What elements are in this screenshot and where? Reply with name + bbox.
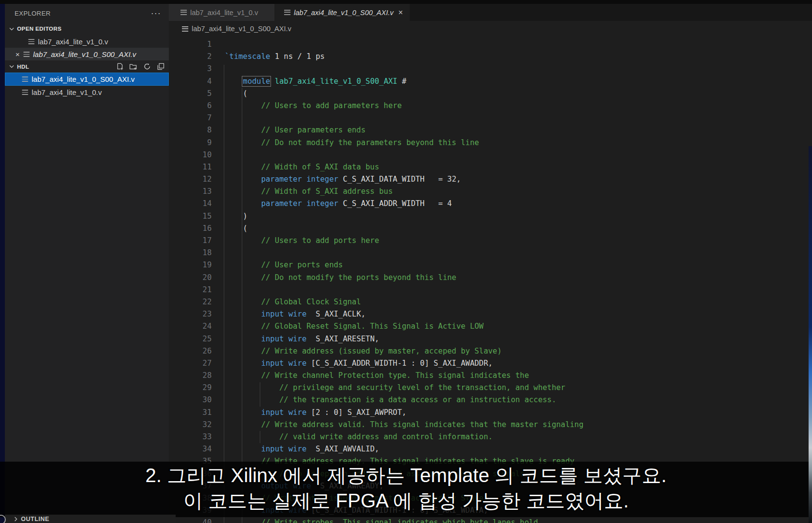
code-line[interactable]: 4 module lab7_axi4_lite_v1_0_S00_AXI # [169,75,812,88]
code-text: // User parameters ends [225,124,365,136]
code-line[interactable]: 21 [169,284,812,296]
code-line[interactable]: 33 // valid write address and control in… [169,431,812,443]
breadcrumb[interactable]: lab7_axi4_lite_v1_0_S00_AXI.v [169,21,812,37]
code-line[interactable]: 6 // Users to add parameters here [169,100,812,112]
code-line[interactable]: 8 // User parameters ends [169,124,812,136]
code-editor[interactable]: 12`timescale 1 ns / 1 ps34 module lab7_a… [169,37,812,523]
code-text: input wire [2 : 0] S_AXI_AWPROT, [225,407,406,419]
code-line[interactable]: 14 parameter integer C_S_AXI_ADDR_WIDTH … [169,198,812,210]
file-label: lab7_axi4_lite_v1_0_S00_AXI.v [33,50,136,58]
chevron-right-icon [12,515,19,523]
outline-label: OUTLINE [21,516,49,523]
new-file-icon[interactable] [115,62,124,71]
file-icon [180,10,187,15]
code-line[interactable]: 26 // Write address (issued by master, a… [169,345,812,357]
file-icon [22,90,28,94]
code-text: // Width of S_AXI address bus [225,186,393,198]
code-line[interactable]: 32 // Write address valid. This signal i… [169,419,812,431]
line-number: 18 [169,247,217,259]
code-line[interactable]: 13 // Width of S_AXI address bus [169,186,812,198]
code-line[interactable]: 19 // User ports ends [169,259,812,271]
code-line[interactable]: 27 input wire [C_S_AXI_ADDR_WIDTH-1 : 0]… [169,357,812,370]
code-text: // Do not modify the parameters beyond t… [225,137,479,149]
code-line[interactable]: 31 input wire [2 : 0] S_AXI_AWPROT, [169,407,812,419]
code-line[interactable]: 15 ) [169,210,812,223]
code-line[interactable]: 7 [169,112,812,124]
code-line[interactable]: 3 [169,63,812,75]
line-number: 29 [169,382,217,394]
hdl-actions [115,62,169,71]
file-icon [182,26,188,32]
tab-2[interactable]: lab7_axi4_lite_v1_0_S00_AXI.v× [274,4,410,21]
code-line[interactable]: 16 ( [169,223,812,235]
outline-section-header[interactable]: OUTLINE [5,514,176,523]
top-strip [0,0,812,4]
code-line[interactable]: 23 input wire S_AXI_ACLK, [169,308,812,320]
subtitle-overlay: 2. 그리고 Xilinx 에서 제공하는 Template 의 코드를 보셨구… [0,462,812,517]
webcam-overlay-edge [809,146,812,523]
code-line[interactable]: 1 [169,38,812,51]
open-editor-item[interactable]: ×lab7_axi4_lite_v1_0_S00_AXI.v [5,48,169,60]
line-number: 17 [169,235,217,247]
tab-label: lab7_axi4_lite_v1_0_S00_AXI.v [294,9,394,17]
line-number: 14 [169,198,217,210]
close-icon[interactable]: × [14,50,21,58]
code-line[interactable]: 30 // the transaction is a data access o… [169,394,812,406]
line-number: 13 [169,186,217,198]
code-line[interactable]: 29 // privilege and security level of th… [169,382,812,394]
code-text: // Write address valid. This signal indi… [225,419,583,431]
code-line[interactable]: 18 [169,247,812,259]
line-number: 10 [169,149,217,161]
code-line[interactable]: 5 ( [169,88,812,100]
open-editors-section-header[interactable]: OPEN EDITORS [5,22,169,35]
line-number: 15 [169,210,217,223]
code-line[interactable]: 9 // Do not modify the parameters beyond… [169,137,812,149]
code-text: parameter integer C_S_AXI_DATA_WIDTH = 3… [225,173,461,186]
hdl-file-item[interactable]: lab7_axi4_lite_v1_0.v [5,86,169,98]
tab-label: lab7_axi4_lite_v1_0.v [190,9,258,17]
code-line[interactable]: 24 // Global Reset Signal. This Signal i… [169,320,812,333]
line-number: 21 [169,284,217,296]
vscode-window: EXPLORER ··· OPEN EDITORS lab7_axi4_lite… [0,0,812,523]
code-text: parameter integer C_S_AXI_ADDR_WIDTH = 4 [225,198,452,210]
code-line[interactable]: 17 // Users to add ports here [169,235,812,247]
code-line[interactable]: 40 // Write strobes. This signal indicat… [169,517,812,523]
code-line[interactable]: 34 input wire S_AXI_AWVALID, [169,443,812,455]
hdl-file-item-selected[interactable]: lab7_axi4_lite_v1_0_S00_AXI.v [5,73,169,86]
code-text: // Users to add ports here [225,235,379,247]
close-icon[interactable]: × [398,8,403,17]
file-icon [284,10,290,15]
line-number: 22 [169,296,217,308]
line-number: 8 [169,124,217,136]
line-number: 23 [169,308,217,320]
line-number: 19 [169,259,217,271]
code-line[interactable]: 12 parameter integer C_S_AXI_DATA_WIDTH … [169,173,812,186]
code-line[interactable]: 28 // Write channel Protection type. Thi… [169,370,812,382]
open-editor-item[interactable]: lab7_axi4_lite_v1_0.v [5,35,169,48]
line-number: 20 [169,272,217,284]
code-text: module lab7_axi4_lite_v1_0_S00_AXI # [225,75,406,88]
collapse-all-icon[interactable] [156,62,165,71]
open-editors-list: lab7_axi4_lite_v1_0.v×lab7_axi4_lite_v1_… [5,35,169,60]
code-line[interactable]: 2`timescale 1 ns / 1 ps [169,51,812,63]
new-folder-icon[interactable] [129,62,138,71]
line-number: 25 [169,333,217,345]
code-text: ( [225,223,248,235]
code-line[interactable]: 11 // Width of S_AXI data bus [169,161,812,173]
more-actions-icon[interactable]: ··· [151,11,161,16]
code-line[interactable]: 22 // Global Clock Signal [169,296,812,308]
refresh-icon[interactable] [143,62,151,71]
open-editors-label: OPEN EDITORS [17,26,62,32]
code-text: ) [225,210,248,223]
file-icon [28,39,34,44]
code-line[interactable]: 10 [169,149,812,161]
file-label: lab7_axi4_lite_v1_0_S00_AXI.v [32,75,135,83]
code-line[interactable]: 25 input wire S_AXI_ARESETN, [169,333,812,345]
code-text: ( [225,88,248,100]
code-line[interactable]: 20 // Do not modify the ports beyond thi… [169,272,812,284]
hdl-section-header[interactable]: HDL [5,60,169,73]
tab-1[interactable]: lab7_axi4_lite_v1_0.v [169,4,274,21]
code-text: `timescale 1 ns / 1 ps [225,51,325,63]
line-number: 27 [169,357,217,370]
line-number: 24 [169,320,217,333]
